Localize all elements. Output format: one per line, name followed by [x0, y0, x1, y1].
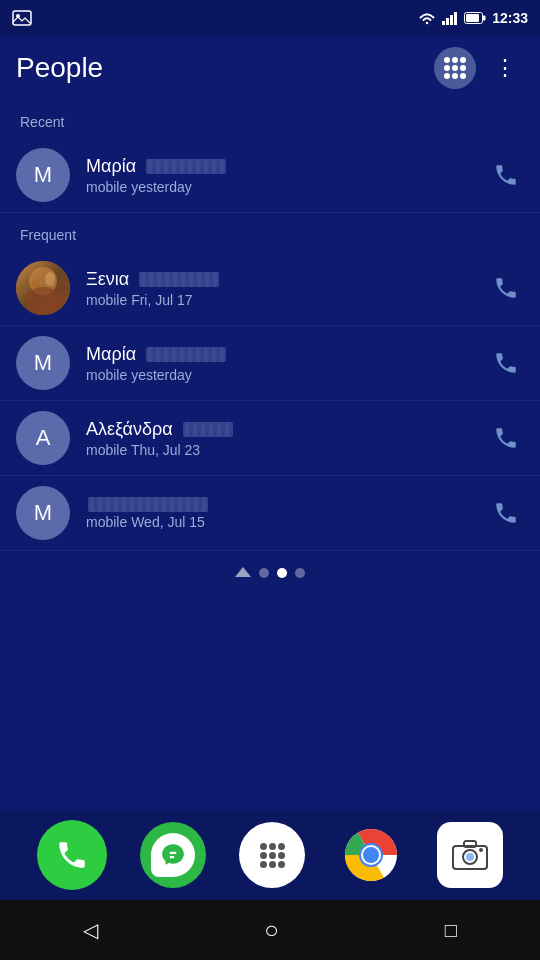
- pagination-dot: [295, 568, 305, 578]
- contact-subtitle: mobile yesterday: [86, 179, 488, 195]
- svg-rect-3: [446, 18, 449, 25]
- svg-point-11: [32, 278, 40, 288]
- status-bar: 12:33: [0, 0, 540, 36]
- recents-button[interactable]: □: [425, 911, 477, 950]
- contact-row[interactable]: A Αλεξάνδρα mobile Thu, Jul 23: [0, 401, 540, 476]
- avatar: A: [16, 411, 70, 465]
- frequent-section-header: Frequent: [0, 213, 540, 251]
- launcher-grid-icon: [260, 843, 284, 867]
- svg-point-12: [45, 272, 55, 286]
- svg-rect-8: [483, 16, 486, 21]
- call-button[interactable]: [488, 345, 524, 381]
- phone-dial-icon: [55, 838, 89, 872]
- svg-rect-20: [464, 841, 476, 847]
- pagination-dot: [259, 568, 269, 578]
- svg-rect-2: [442, 21, 445, 25]
- svg-point-19: [466, 853, 474, 861]
- dock-phone-button[interactable]: [37, 820, 107, 890]
- phone-icon: [493, 500, 519, 526]
- svg-rect-0: [13, 11, 31, 25]
- avatar-photo: [16, 261, 70, 315]
- contact-name: Μαρία: [86, 344, 488, 365]
- grid-button[interactable]: [434, 47, 476, 89]
- home-button[interactable]: ○: [244, 908, 299, 952]
- dock-camera-button[interactable]: [437, 822, 503, 888]
- recent-section-header: Recent: [0, 100, 540, 138]
- contact-info: Ξενια mobile Fri, Jul 17: [70, 269, 488, 308]
- dock-launcher-button[interactable]: [239, 822, 305, 888]
- contact-row[interactable]: M Μαρία mobile yesterday: [0, 326, 540, 401]
- wifi-icon: [418, 11, 436, 25]
- avatar-image: [16, 261, 70, 315]
- phone-icon: [493, 350, 519, 376]
- contact-name: Αλεξάνδρα: [86, 419, 488, 440]
- status-bar-left: [12, 10, 32, 26]
- contact-name: [86, 497, 488, 512]
- nav-bar: ◁ ○ □: [0, 900, 540, 960]
- svg-rect-4: [450, 15, 453, 25]
- phone-icon: [493, 162, 519, 188]
- contact-row[interactable]: M mobile Wed, Jul 15: [0, 476, 540, 551]
- content-area: Recent M Μαρία mobile yesterday Frequent: [0, 100, 540, 589]
- phone-icon: [493, 425, 519, 451]
- bottom-dock: [0, 810, 540, 900]
- contact-info: Αλεξάνδρα mobile Thu, Jul 23: [70, 419, 488, 458]
- chrome-icon: [343, 827, 399, 883]
- contact-subtitle: mobile Thu, Jul 23: [86, 442, 488, 458]
- svg-rect-7: [466, 14, 479, 22]
- svg-point-16: [363, 847, 379, 863]
- pagination-arrow: [235, 567, 251, 577]
- hangouts-bubble: [151, 833, 195, 877]
- dock-chrome-button[interactable]: [338, 822, 404, 888]
- top-bar-actions: ⋮: [434, 47, 524, 89]
- contact-name: Ξενια: [86, 269, 488, 290]
- name-blur: [139, 272, 219, 287]
- avatar: M: [16, 486, 70, 540]
- contact-row[interactable]: M Μαρία mobile yesterday: [0, 138, 540, 213]
- name-blur: [146, 347, 226, 362]
- pagination: [0, 551, 540, 589]
- phone-icon: [493, 275, 519, 301]
- svg-rect-5: [454, 12, 457, 25]
- contact-info: mobile Wed, Jul 15: [70, 497, 488, 530]
- grid-icon: [444, 57, 466, 79]
- image-icon: [12, 10, 32, 26]
- contact-info: Μαρία mobile yesterday: [70, 344, 488, 383]
- call-button[interactable]: [488, 157, 524, 193]
- page-title: People: [16, 52, 103, 84]
- contact-info: Μαρία mobile yesterday: [70, 156, 488, 195]
- avatar: M: [16, 336, 70, 390]
- contact-subtitle: mobile yesterday: [86, 367, 488, 383]
- battery-icon: [464, 12, 486, 24]
- contact-subtitle: mobile Wed, Jul 15: [86, 514, 488, 530]
- pagination-dot-active: [277, 568, 287, 578]
- hangouts-icon: [160, 842, 186, 868]
- name-blur: [88, 497, 208, 512]
- svg-point-10: [25, 287, 61, 315]
- call-button[interactable]: [488, 270, 524, 306]
- avatar: [16, 261, 70, 315]
- call-button[interactable]: [488, 495, 524, 531]
- time-display: 12:33: [492, 10, 528, 26]
- name-blur: [183, 422, 233, 437]
- call-button[interactable]: [488, 420, 524, 456]
- back-button[interactable]: ◁: [63, 910, 118, 950]
- more-options-button[interactable]: ⋮: [486, 51, 524, 85]
- top-bar: People ⋮: [0, 36, 540, 100]
- avatar: M: [16, 148, 70, 202]
- contact-subtitle: mobile Fri, Jul 17: [86, 292, 488, 308]
- contact-row[interactable]: Ξενια mobile Fri, Jul 17: [0, 251, 540, 326]
- name-blur: [146, 159, 226, 174]
- signal-icon: [442, 11, 458, 25]
- contact-name: Μαρία: [86, 156, 488, 177]
- dock-hangouts-button[interactable]: [140, 822, 206, 888]
- camera-icon: [452, 839, 488, 871]
- svg-point-21: [479, 848, 483, 852]
- status-bar-right: 12:33: [418, 10, 528, 26]
